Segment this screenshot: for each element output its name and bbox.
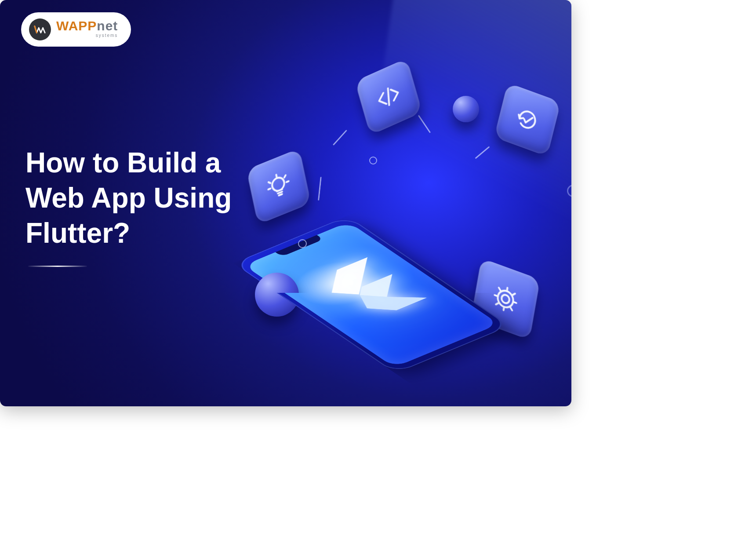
hero-banner: WAPP net systems How to Build a Web App … [0,0,571,406]
brand-subtitle: systems [56,33,118,38]
decorative-ring-icon [298,239,307,248]
lightbulb-icon [246,148,311,225]
brand-wordmark: WAPP net [56,19,118,33]
svg-line-9 [287,181,289,182]
code-icon [355,58,422,135]
decorative-tick-icon [333,130,347,146]
page-title: How to Build a Web App Using Flutter? [25,145,272,251]
decorative-sphere-icon [453,96,479,122]
svg-point-11 [497,288,515,310]
brand-word-left: WAPP [56,19,97,33]
brand-mark-icon [29,18,51,40]
svg-line-8 [268,189,270,190]
flutter-logo-icon [303,257,428,325]
svg-line-5 [276,175,276,177]
illustration [237,62,563,396]
decorative-ring-icon [369,157,377,164]
svg-line-7 [284,175,286,177]
brand-logo: WAPP net systems [21,12,131,47]
svg-marker-0 [313,257,398,301]
decorative-tick-icon [418,115,431,133]
sync-icon [494,83,561,157]
title-underline [28,266,87,267]
svg-point-10 [501,294,510,304]
decorative-tick-icon [475,146,490,159]
svg-line-6 [269,182,270,184]
decorative-ring-icon [567,185,571,197]
brand-word-right: net [97,19,118,33]
decorative-tick-icon [318,177,322,201]
svg-marker-2 [352,279,427,317]
